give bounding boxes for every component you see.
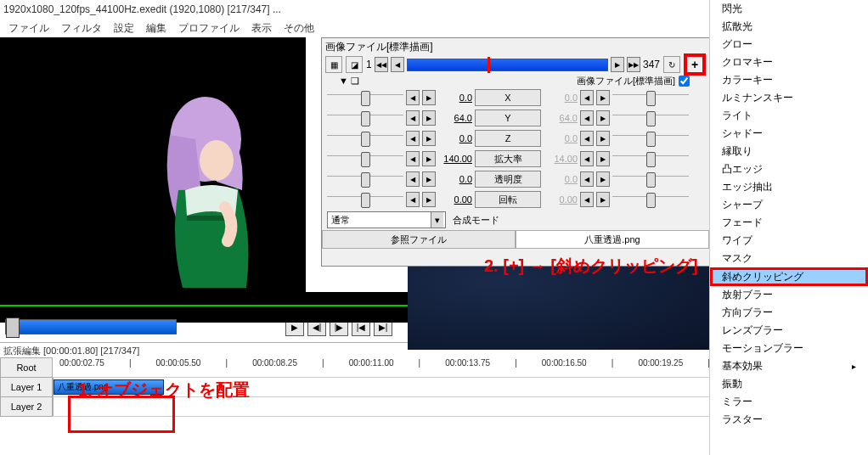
filter-context-menu[interactable]: 閃光拡散光グロークロマキーカラーキールミナンスキーライトシャドー縁取り凸エッジエ… <box>709 0 868 455</box>
param-slider-l[interactable] <box>327 196 403 204</box>
dec-icon[interactable]: ◀ <box>406 171 420 187</box>
inc-icon[interactable]: ▶ <box>596 110 610 126</box>
prev-prev-icon[interactable]: ◀◀ <box>375 57 388 72</box>
dec-icon[interactable]: ◀ <box>580 192 594 207</box>
param-value-l[interactable]: 0.0 <box>438 133 472 143</box>
layer-2-label[interactable]: Layer 2 <box>0 396 53 417</box>
next-next-icon[interactable]: ▶▶ <box>627 57 640 72</box>
menu-filter[interactable]: フィルタ <box>61 21 102 36</box>
param-value-r[interactable]: 0.0 <box>544 174 578 184</box>
filter-menu-item[interactable]: フェード <box>710 214 868 232</box>
dec-icon[interactable]: ◀ <box>406 151 420 166</box>
refresh-icon[interactable]: ↻ <box>663 56 680 73</box>
dec-icon[interactable]: ◀ <box>580 151 594 166</box>
param-slider-r[interactable] <box>612 94 689 102</box>
filter-menu-item[interactable]: マスク <box>710 250 868 267</box>
filter-menu-item[interactable]: グロー <box>710 36 868 53</box>
add-filter-button[interactable]: + <box>684 53 706 76</box>
filter-menu-item[interactable]: モーションブラー <box>710 340 868 357</box>
inc-icon[interactable]: ▶ <box>596 131 610 146</box>
param-slider-l[interactable] <box>327 94 403 102</box>
inc-icon[interactable]: ▶ <box>422 110 436 126</box>
param-value-l[interactable]: 0.0 <box>438 174 472 184</box>
filter-menu-item[interactable]: 放射ブラー <box>710 286 868 304</box>
menu-other[interactable]: その他 <box>284 21 314 36</box>
param-name-button[interactable]: 透明度 <box>475 171 541 188</box>
dec-icon[interactable]: ◀ <box>406 90 420 105</box>
param-value-r[interactable]: 14.00 <box>544 154 578 164</box>
filter-menu-item[interactable]: ルミナンスキー <box>710 89 868 107</box>
param-value-l[interactable]: 0.0 <box>438 93 472 103</box>
filter-menu-item[interactable]: 方向ブラー <box>710 304 868 322</box>
param-name-button[interactable]: 回転 <box>475 191 541 208</box>
ref-file-value[interactable]: 八重透過.png <box>516 230 709 249</box>
param-name-button[interactable]: Y <box>475 110 541 126</box>
filter-menu-item[interactable]: シャープ <box>710 196 868 214</box>
filter-menu-item[interactable]: カラーキー <box>710 71 868 89</box>
filter-menu-item[interactable]: 振動 <box>710 375 868 393</box>
inc-icon[interactable]: ▶ <box>422 192 436 207</box>
param-slider-r[interactable] <box>612 155 689 163</box>
param-slider-r[interactable] <box>612 135 689 143</box>
filter-menu-item[interactable]: ミラー <box>710 393 868 411</box>
layer-1-label[interactable]: Layer 1 <box>0 377 53 397</box>
param-value-r[interactable]: 0.00 <box>544 194 578 205</box>
param-slider-l[interactable] <box>327 115 403 122</box>
seek-slider[interactable] <box>5 319 177 334</box>
dec-icon[interactable]: ◀ <box>580 110 594 126</box>
filter-menu-item[interactable]: 閃光 <box>710 0 868 18</box>
filter-menu-item[interactable]: 縁取り <box>710 143 868 160</box>
param-value-l[interactable]: 140.00 <box>438 154 472 164</box>
param-value-r[interactable]: 0.0 <box>544 133 578 143</box>
menu-view[interactable]: 表示 <box>251 21 272 36</box>
param-value-l[interactable]: 64.0 <box>438 113 472 123</box>
frame-slider[interactable] <box>407 59 608 71</box>
inc-icon[interactable]: ▶ <box>596 171 610 187</box>
menu-edit[interactable]: 編集 <box>146 21 166 36</box>
param-slider-r[interactable] <box>612 176 689 183</box>
filter-menu-item[interactable]: 斜めクリッピング <box>710 267 868 286</box>
menu-profile[interactable]: プロファイル <box>178 21 240 36</box>
param-name-button[interactable]: 拡大率 <box>475 150 541 167</box>
param-value-r[interactable]: 64.0 <box>544 113 578 123</box>
ref-file-button[interactable]: 参照ファイル <box>322 230 516 249</box>
dec-icon[interactable]: ◀ <box>406 131 420 146</box>
param-value-r[interactable]: 0.0 <box>544 93 578 103</box>
filter-menu-item[interactable]: シャドー <box>710 125 868 143</box>
param-slider-l[interactable] <box>327 135 403 143</box>
menu-bar[interactable]: ファイル フィルタ 設定 編集 プロファイル 表示 その他 <box>0 19 710 37</box>
next-icon[interactable]: ▶ <box>611 57 624 72</box>
inc-icon[interactable]: ▶ <box>422 151 436 166</box>
camera-icon[interactable]: ▦ <box>325 56 342 73</box>
menu-settings[interactable]: 設定 <box>114 21 134 36</box>
filter-menu-item[interactable]: 基本効果 <box>710 357 868 375</box>
filter-menu-item[interactable]: ライト <box>710 107 868 125</box>
inc-icon[interactable]: ▶ <box>422 171 436 187</box>
filter-menu-item[interactable]: レンズブラー <box>710 322 868 340</box>
filter-menu-item[interactable]: ワイプ <box>710 232 868 250</box>
param-name-button[interactable]: X <box>475 89 541 106</box>
inc-icon[interactable]: ▶ <box>422 90 436 105</box>
object-enable-checkbox[interactable] <box>679 76 690 87</box>
param-slider-r[interactable] <box>612 196 689 204</box>
dec-icon[interactable]: ◀ <box>406 192 420 207</box>
inc-icon[interactable]: ▶ <box>596 192 610 207</box>
inc-icon[interactable]: ▶ <box>596 90 610 105</box>
root-button[interactable]: Root <box>0 357 53 378</box>
time-ruler[interactable]: 00:00:02.75|00:00:05.50|00:00:08.25|00:0… <box>53 358 710 377</box>
param-slider-l[interactable] <box>327 155 403 163</box>
param-slider-l[interactable] <box>327 176 403 183</box>
blend-mode-select[interactable]: 通常 <box>327 211 446 228</box>
filter-menu-item[interactable]: 拡散光 <box>710 18 868 36</box>
filter-menu-item[interactable]: クロマキー <box>710 53 868 71</box>
inc-icon[interactable]: ▶ <box>596 151 610 166</box>
param-slider-r[interactable] <box>612 115 689 122</box>
dec-icon[interactable]: ◀ <box>406 110 420 126</box>
inc-icon[interactable]: ▶ <box>422 131 436 146</box>
dec-icon[interactable]: ◀ <box>580 90 594 105</box>
prev-icon[interactable]: ◀ <box>391 57 404 72</box>
param-value-l[interactable]: 0.00 <box>438 194 472 205</box>
dec-icon[interactable]: ◀ <box>580 171 594 187</box>
menu-file[interactable]: ファイル <box>8 21 49 36</box>
filter-menu-item[interactable]: エッジ抽出 <box>710 178 868 196</box>
